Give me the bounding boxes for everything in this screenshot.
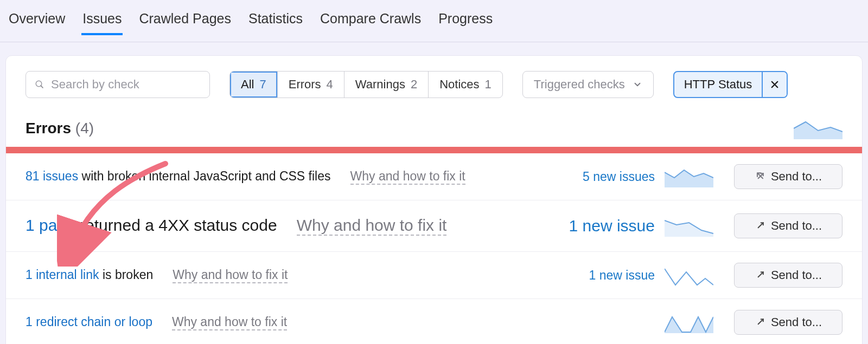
search-input[interactable] bbox=[51, 77, 201, 92]
close-icon bbox=[770, 80, 780, 89]
segment-label: Warnings bbox=[355, 77, 405, 92]
issue-text: is broken bbox=[99, 268, 154, 282]
filter-segments: All 7 Errors 4 Warnings 2 Notices 1 bbox=[229, 71, 503, 98]
chip-label[interactable]: HTTP Status bbox=[674, 72, 762, 97]
row-sparkline bbox=[665, 311, 713, 333]
send-icon bbox=[755, 220, 765, 231]
issue-row: 1 internal link is broken Why and how to… bbox=[6, 252, 862, 299]
tab-statistics[interactable]: Statistics bbox=[247, 11, 304, 35]
chip-close-button[interactable] bbox=[762, 72, 787, 97]
send-to-label: Send to... bbox=[771, 268, 822, 282]
why-and-how-link[interactable]: Why and how to fix it bbox=[172, 315, 287, 330]
why-and-how-link[interactable]: Why and how to fix it bbox=[350, 169, 465, 185]
send-to-label: Send to... bbox=[771, 170, 822, 184]
segment-label: Notices bbox=[439, 77, 479, 92]
segment-label: All bbox=[241, 77, 254, 92]
send-to-button[interactable]: Send to... bbox=[734, 310, 843, 335]
issue-link[interactable]: 1 redirect chain or loop bbox=[25, 315, 152, 329]
send-to-label: Send to... bbox=[771, 219, 822, 233]
why-and-how-link[interactable]: Why and how to fix it bbox=[173, 268, 288, 283]
send-to-button[interactable]: Send to... bbox=[734, 213, 843, 238]
section-count: (4) bbox=[75, 120, 94, 137]
issue-title[interactable]: 1 page returned a 4XX status code bbox=[25, 216, 277, 235]
issue-row: 1 page returned a 4XX status code Why an… bbox=[6, 200, 862, 252]
tab-crawled-pages[interactable]: Crawled Pages bbox=[138, 11, 232, 35]
section-title-text: Errors bbox=[25, 120, 71, 137]
issues-panel: All 7 Errors 4 Warnings 2 Notices 1 Trig… bbox=[5, 55, 863, 344]
issue-title[interactable]: 1 redirect chain or loop bbox=[25, 315, 152, 329]
send-to-button[interactable]: Send to... bbox=[734, 263, 843, 288]
send-icon bbox=[755, 171, 765, 182]
tab-overview[interactable]: Overview bbox=[8, 11, 66, 35]
issue-row: 1 redirect chain or loop Why and how to … bbox=[6, 299, 862, 344]
issue-link[interactable]: 81 issues bbox=[25, 169, 78, 183]
segment-label: Errors bbox=[289, 77, 321, 92]
issue-text: returned a 4XX status code bbox=[75, 216, 277, 234]
section-sparkline bbox=[794, 118, 843, 139]
top-tabs: Overview Issues Crawled Pages Statistics… bbox=[0, 0, 868, 42]
issue-link[interactable]: 1 page bbox=[25, 216, 75, 234]
filter-bar: All 7 Errors 4 Warnings 2 Notices 1 Trig… bbox=[6, 56, 862, 103]
segment-warnings[interactable]: Warnings 2 bbox=[344, 72, 429, 98]
row-sparkline bbox=[665, 215, 713, 237]
new-issues-count[interactable]: 1 new issue bbox=[557, 268, 655, 283]
issue-title[interactable]: 81 issues with broken internal JavaScrip… bbox=[25, 169, 331, 184]
search-icon bbox=[35, 79, 44, 90]
issue-link[interactable]: 1 internal link bbox=[25, 268, 99, 282]
row-sparkline bbox=[665, 166, 713, 187]
send-icon bbox=[755, 270, 765, 281]
send-to-label: Send to... bbox=[771, 315, 822, 329]
tab-progress[interactable]: Progress bbox=[437, 11, 494, 35]
new-issues-count[interactable]: 5 new issues bbox=[557, 170, 655, 184]
send-icon bbox=[755, 317, 765, 328]
errors-severity-bar bbox=[6, 147, 862, 153]
tab-compare-crawls[interactable]: Compare Crawls bbox=[319, 11, 422, 35]
filter-chip-http-status: HTTP Status bbox=[673, 71, 788, 98]
tab-issues[interactable]: Issues bbox=[81, 11, 123, 35]
errors-section-header: Errors (4) bbox=[6, 103, 862, 147]
segment-count: 2 bbox=[411, 77, 417, 92]
why-and-how-link[interactable]: Why and how to fix it bbox=[297, 216, 447, 236]
row-sparkline bbox=[665, 264, 713, 286]
issue-title[interactable]: 1 internal link is broken bbox=[25, 268, 153, 282]
segment-all[interactable]: All 7 bbox=[230, 72, 278, 98]
segment-errors[interactable]: Errors 4 bbox=[278, 72, 344, 98]
search-input-wrap[interactable] bbox=[25, 71, 210, 98]
chevron-down-icon bbox=[633, 80, 642, 89]
segment-notices[interactable]: Notices 1 bbox=[429, 72, 502, 98]
issue-text: with broken internal JavaScript and CSS … bbox=[78, 169, 330, 183]
segment-count: 7 bbox=[259, 77, 266, 92]
segment-count: 4 bbox=[327, 77, 333, 92]
segment-count: 1 bbox=[485, 77, 492, 92]
new-issues-count[interactable]: 1 new issue bbox=[557, 217, 655, 235]
dropdown-label: Triggered checks bbox=[534, 77, 625, 92]
section-title: Errors (4) bbox=[25, 120, 94, 137]
issue-row: 81 issues with broken internal JavaScrip… bbox=[6, 153, 862, 200]
triggered-checks-dropdown[interactable]: Triggered checks bbox=[522, 71, 654, 98]
send-to-button[interactable]: Send to... bbox=[734, 164, 843, 189]
